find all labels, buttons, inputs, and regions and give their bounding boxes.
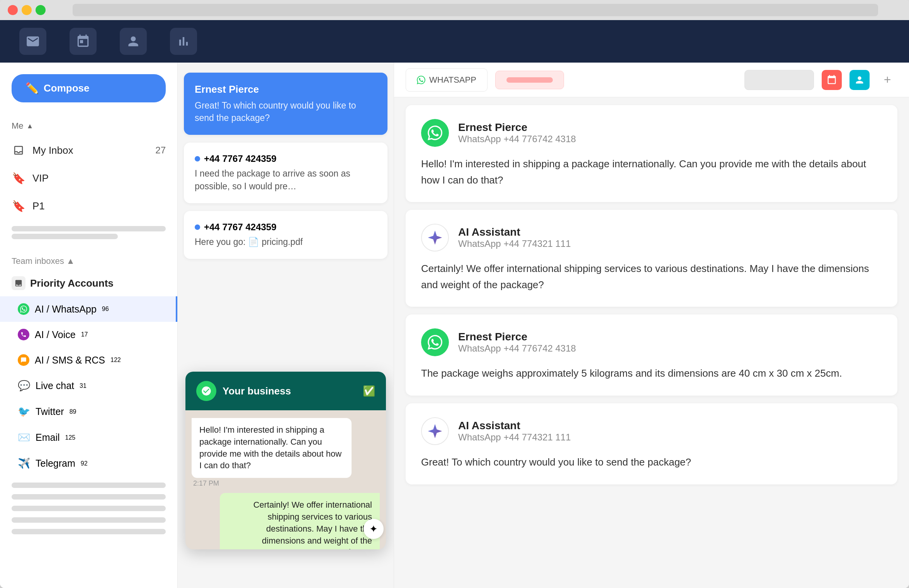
sender-info-4: AI Assistant WhatsApp +44 774321 111 bbox=[458, 420, 571, 443]
team-section: Team inboxes ▲ Priority Accounts AI / Wh… bbox=[0, 248, 177, 540]
whatsapp-toolbar-btn[interactable]: WHATSAPP bbox=[406, 68, 488, 92]
sidebar-gray-bar-5 bbox=[12, 506, 166, 511]
sidebar-item-twitter[interactable]: 🐦 Twitter 89 bbox=[0, 399, 177, 425]
pink-btn-content bbox=[506, 77, 553, 83]
sidebar-item-my-inbox[interactable]: My Inbox 27 bbox=[0, 136, 177, 164]
wp-verified-icon: ✅ bbox=[363, 385, 375, 397]
wp-bubble-1: Hello! I'm interested in shipping a pack… bbox=[192, 418, 352, 478]
message-card-4: AI Assistant WhatsApp +44 774321 111 Gre… bbox=[406, 403, 897, 484]
sender-name-2: AI Assistant bbox=[458, 226, 571, 238]
wp-biz-name: Your business bbox=[223, 385, 357, 397]
wp-msg-1: Hello! I'm interested in shipping a pack… bbox=[192, 418, 380, 488]
analytics-nav-icon[interactable] bbox=[170, 28, 197, 55]
calendar-right-icon[interactable] bbox=[822, 70, 842, 90]
conv-preview-active: Great! To which country would you like t… bbox=[195, 99, 377, 124]
conversation-list: Ernest Pierce Great! To which country wo… bbox=[178, 63, 394, 588]
p1-icon: 🔖 bbox=[12, 199, 25, 213]
sender-name-1: Ernest Pierce bbox=[458, 121, 576, 134]
sidebar-item-ai-voice[interactable]: AI / Voice 17 bbox=[0, 322, 177, 347]
msg-header-4: AI Assistant WhatsApp +44 774321 111 bbox=[421, 417, 882, 445]
conv-item-active[interactable]: Ernest Pierce Great! To which country wo… bbox=[184, 73, 387, 135]
add-button[interactable]: + bbox=[877, 70, 897, 90]
ai-whatsapp-icon bbox=[18, 303, 29, 315]
ai-sms-count: 122 bbox=[110, 357, 121, 364]
whatsapp-popup: Your business ✅ Hello! I'm interested in… bbox=[185, 372, 386, 549]
msg-header-1: Ernest Pierce WhatsApp +44 776742 4318 bbox=[421, 119, 882, 147]
gray-toolbar-btn[interactable] bbox=[744, 70, 814, 90]
conv-preview-2: Here you go: 📄 pricing.pdf bbox=[195, 236, 377, 248]
telegram-label: Telegram bbox=[36, 458, 75, 469]
telegram-icon: ✈️ bbox=[18, 457, 30, 469]
ai-whatsapp-label: AI / WhatsApp bbox=[35, 304, 97, 315]
live-chat-label: Live chat bbox=[36, 380, 74, 391]
msg-body-3: The package weighs approximately 5 kilog… bbox=[421, 365, 882, 382]
close-btn[interactable] bbox=[8, 5, 18, 15]
msg-body-2: Certainly! We offer international shippi… bbox=[421, 261, 882, 293]
address-bar[interactable] bbox=[73, 4, 878, 16]
sidebar-item-p1[interactable]: 🔖 P1 bbox=[0, 192, 177, 220]
ai-voice-count: 17 bbox=[81, 331, 88, 338]
sidebar: ✏️ Compose Me ▲ My Inbox 27 🔖 VIP bbox=[0, 63, 178, 588]
wp-sent-wrap: Certainly! We offer international shippi… bbox=[192, 493, 380, 549]
avatar-ai-1 bbox=[421, 224, 449, 252]
app-body: ✏️ Compose Me ▲ My Inbox 27 🔖 VIP bbox=[0, 63, 909, 588]
sidebar-item-live-chat[interactable]: 💬 Live chat 31 bbox=[0, 373, 177, 399]
sender-sub-3: WhatsApp +44 776742 4318 bbox=[458, 343, 576, 354]
wp-biz-icon bbox=[196, 381, 216, 401]
right-toolbar: WHATSAPP + bbox=[394, 63, 909, 97]
vip-icon: 🔖 bbox=[12, 171, 25, 185]
sidebar-item-email[interactable]: ✉️ Email 125 bbox=[0, 425, 177, 450]
right-panel: WHATSAPP + bbox=[394, 63, 909, 588]
my-inbox-label: My Inbox bbox=[32, 144, 148, 156]
twitter-count: 89 bbox=[70, 408, 76, 415]
priority-accounts-item[interactable]: Priority Accounts bbox=[0, 270, 177, 296]
ai-whatsapp-count: 96 bbox=[102, 306, 109, 313]
messages-area: Ernest Pierce WhatsApp +44 776742 4318 H… bbox=[394, 97, 909, 588]
inbox-nav-icon[interactable] bbox=[19, 28, 46, 55]
my-inbox-count: 27 bbox=[155, 145, 166, 156]
message-card-2: AI Assistant WhatsApp +44 774321 111 Cer… bbox=[406, 210, 897, 307]
sidebar-item-ai-whatsapp[interactable]: AI / WhatsApp 96 bbox=[0, 296, 177, 322]
mac-window: ✏️ Compose Me ▲ My Inbox 27 🔖 VIP bbox=[0, 0, 909, 588]
whatsapp-btn-label: WHATSAPP bbox=[429, 75, 476, 85]
email-icon: ✉️ bbox=[18, 432, 30, 444]
conv-phone-2: +44 7767 424359 bbox=[195, 222, 377, 233]
ai-voice-label: AI / Voice bbox=[35, 329, 76, 340]
msg-body-1: Hello! I'm interested in shipping a pack… bbox=[421, 156, 882, 188]
avatar-ernest-2 bbox=[421, 328, 449, 356]
conv-item-2[interactable]: +44 7767 424359 Here you go: 📄 pricing.p… bbox=[184, 211, 387, 259]
live-chat-icon: 💬 bbox=[18, 380, 30, 392]
sidebar-item-vip[interactable]: 🔖 VIP bbox=[0, 164, 177, 192]
ai-sms-label: AI / SMS & RCS bbox=[35, 355, 105, 366]
sidebar-gray-bar-2 bbox=[12, 234, 118, 239]
email-label: Email bbox=[36, 432, 60, 443]
avatar-ernest-1 bbox=[421, 119, 449, 147]
message-card-1: Ernest Pierce WhatsApp +44 776742 4318 H… bbox=[406, 105, 897, 202]
minimize-btn[interactable] bbox=[22, 5, 32, 15]
msg-body-4: Great! To which country would you like t… bbox=[421, 454, 882, 471]
maximize-btn[interactable] bbox=[36, 5, 46, 15]
contacts-right-icon[interactable] bbox=[850, 70, 870, 90]
conv-item-1[interactable]: +44 7767 424359 I need the package to ar… bbox=[184, 143, 387, 203]
sender-sub-4: WhatsApp +44 774321 111 bbox=[458, 432, 571, 443]
msg-header-3: Ernest Pierce WhatsApp +44 776742 4318 bbox=[421, 328, 882, 356]
compose-icon: ✏️ bbox=[25, 82, 39, 95]
unread-dot-2 bbox=[195, 224, 200, 230]
calendar-nav-icon[interactable] bbox=[70, 28, 97, 55]
me-chevron: ▲ bbox=[27, 122, 34, 130]
sidebar-item-ai-sms[interactable]: AI / SMS & RCS 122 bbox=[0, 347, 177, 373]
team-inboxes-header: Team inboxes ▲ bbox=[0, 248, 177, 270]
app-header bbox=[0, 20, 909, 63]
mac-titlebar bbox=[0, 0, 909, 20]
inbox-icon bbox=[12, 143, 25, 157]
sender-name-4: AI Assistant bbox=[458, 420, 571, 432]
pink-toolbar-btn[interactable] bbox=[495, 71, 564, 89]
sidebar-gray-bar-7 bbox=[12, 529, 166, 534]
me-header: Me ▲ bbox=[0, 118, 177, 136]
compose-button[interactable]: ✏️ Compose bbox=[12, 74, 166, 102]
sender-sub-1: WhatsApp +44 776742 4318 bbox=[458, 134, 576, 144]
contacts-nav-icon[interactable] bbox=[120, 28, 147, 55]
sidebar-item-telegram[interactable]: ✈️ Telegram 92 bbox=[0, 450, 177, 476]
sender-info-3: Ernest Pierce WhatsApp +44 776742 4318 bbox=[458, 331, 576, 354]
message-card-3: Ernest Pierce WhatsApp +44 776742 4318 T… bbox=[406, 314, 897, 396]
